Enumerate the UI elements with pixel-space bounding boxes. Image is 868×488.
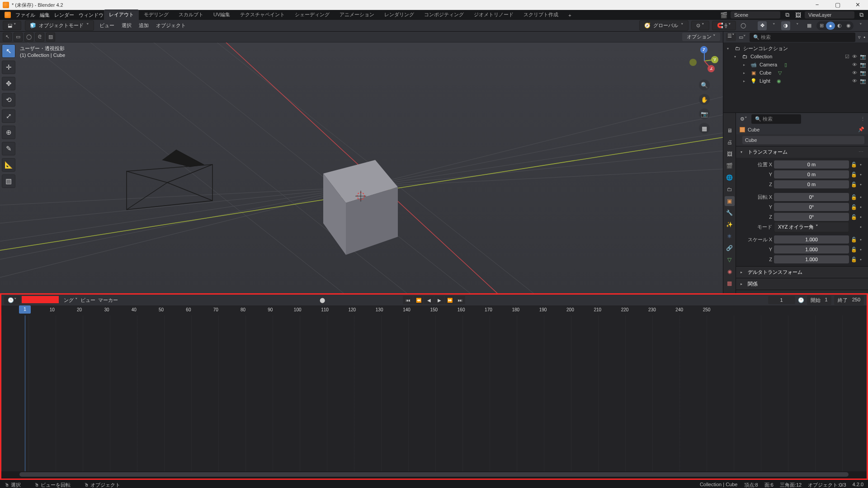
jump-start-icon[interactable]: ⏮	[403, 296, 413, 304]
tab-sculpt[interactable]: スカルプト	[174, 9, 208, 20]
window-close-button[interactable]: ✕	[848, 0, 868, 10]
tab-add[interactable]: +	[563, 11, 576, 20]
timeline-view-menu[interactable]: ビュー	[80, 297, 95, 304]
menu-edit[interactable]: 編集	[40, 12, 50, 19]
playhead-line[interactable]	[25, 315, 25, 471]
tool-select-icon[interactable]: ↖	[2, 44, 15, 58]
ptab-texture-icon[interactable]: ▦	[725, 278, 735, 288]
timeline-type-icon[interactable]: 🕒˅	[4, 296, 20, 305]
tree-collection[interactable]: ▾🗀Collection ☑👁📷	[725, 52, 866, 61]
overlay-options-icon[interactable]: ˅	[793, 21, 802, 30]
tool-transform-icon[interactable]: ⊕	[2, 126, 15, 139]
shading-wireframe-icon[interactable]: ⊞	[817, 22, 826, 30]
panel-transform-header[interactable]: ▾トランスフォーム⋯	[736, 146, 868, 158]
viewlayer-name-field[interactable]: ViewLayer	[805, 11, 854, 19]
rot-z-field[interactable]: 0°	[774, 213, 849, 221]
proportional-edit-icon[interactable]: ◯	[739, 21, 748, 30]
ptab-modifier-icon[interactable]: 🔧	[725, 208, 735, 218]
tree-item-light[interactable]: ▸💡Light◉👁📷	[725, 77, 866, 85]
pan-icon[interactable]: ✋	[699, 94, 710, 105]
shading-rendered-icon[interactable]: ◉	[844, 22, 853, 30]
scene-name-field[interactable]: Scene	[731, 11, 780, 19]
outliner-search[interactable]: 🔍 検索	[750, 33, 855, 42]
playhead-label[interactable]: 1	[19, 305, 31, 314]
ptab-material-icon[interactable]: ◉	[725, 267, 735, 277]
play-icon[interactable]: ▶	[434, 296, 444, 304]
tool-addcube-icon[interactable]: ▧	[2, 174, 15, 188]
ptab-mesh-icon[interactable]: ▽	[725, 255, 735, 265]
outliner-display-icon[interactable]: ▭˅	[739, 34, 747, 40]
snap-dropdown[interactable]: 🧲 ⟠ ˅	[712, 21, 736, 30]
rotation-mode-dropdown[interactable]: XYZ オイラー角 ˅	[774, 222, 849, 232]
tool-move-icon[interactable]: ✥	[2, 77, 15, 90]
keyframe-prev-icon[interactable]: ⏪	[414, 296, 424, 304]
menu-file[interactable]: ファイル	[15, 12, 35, 19]
tool-rotate-icon[interactable]: ⟲	[2, 93, 15, 107]
zoom-icon[interactable]: 🔍	[699, 80, 710, 90]
ptab-physics-icon[interactable]: ⚛	[725, 231, 735, 241]
autokey-icon[interactable]: ⬤	[320, 297, 325, 303]
nav-axis-gizmo[interactable]: Z Y X	[689, 46, 719, 76]
panel-header[interactable]: ▸関係	[736, 278, 868, 290]
current-frame-field[interactable]: 1	[768, 296, 795, 304]
header-object[interactable]: オブジェクト	[154, 22, 188, 29]
shading-material-icon[interactable]: ◐	[835, 22, 844, 30]
shading-options-icon[interactable]: ˅	[856, 21, 865, 30]
tree-scene-collection[interactable]: ▾🗀シーンコレクション	[725, 44, 866, 52]
scene-browse-icon[interactable]: 🎬	[720, 11, 728, 19]
outliner-filter-icon[interactable]: ▿	[858, 34, 861, 40]
tab-texpaint[interactable]: テクスチャペイント	[235, 9, 290, 20]
tab-compositing[interactable]: コンポジティング	[419, 9, 469, 20]
viewlayer-new-icon[interactable]: ⧉	[857, 11, 865, 19]
menu-window[interactable]: ウィンドウ	[79, 12, 104, 19]
tree-item-cube[interactable]: ▸▣Cube▽👁📷	[725, 69, 866, 77]
ptab-output-icon[interactable]: 🖨	[725, 137, 735, 147]
timeline-keying-menu[interactable]: ング ˅	[64, 297, 78, 304]
scale-y-field[interactable]: 1.000	[774, 245, 849, 253]
window-maximize-button[interactable]: ▢	[827, 0, 848, 10]
viewport-options-button[interactable]: オプション ˅	[682, 33, 720, 41]
selmode-invert-icon[interactable]: ▨	[46, 33, 55, 42]
scale-z-field[interactable]: 1.000	[774, 255, 849, 263]
shading-solid-icon[interactable]: ●	[826, 22, 835, 30]
props-type-icon[interactable]: ⚙˅	[739, 116, 749, 122]
ptab-render-icon[interactable]: 🖥	[725, 126, 735, 136]
header-select[interactable]: 選択	[120, 22, 133, 29]
props-datablock-name[interactable]: Cube	[736, 134, 868, 146]
tab-uv[interactable]: UV編集	[208, 9, 235, 20]
timeline-marker-menu[interactable]: マーカー	[98, 297, 118, 304]
editor-type-dropdown[interactable]: ⬓ ˅	[3, 21, 21, 30]
outliner-type-icon[interactable]: ☰˅	[726, 33, 736, 41]
tree-item-camera[interactable]: ▸📹Camera▯👁📷	[725, 61, 866, 69]
header-view[interactable]: ビュー	[98, 22, 116, 29]
collection-disable-icon[interactable]: 📷	[860, 54, 866, 60]
timeline-body[interactable]	[1, 315, 867, 471]
timeclock-icon[interactable]: 🕐	[798, 297, 804, 303]
scale-x-field[interactable]: 1.000	[774, 235, 849, 244]
jump-end-icon[interactable]: ⏭	[455, 296, 465, 304]
tool-annotate-icon[interactable]: ✎	[2, 142, 15, 155]
menu-render[interactable]: レンダー	[54, 12, 74, 19]
selmode-circle-icon[interactable]: ◯	[24, 33, 33, 42]
frame-start-field[interactable]: 開始1	[807, 296, 831, 305]
collection-hide-icon[interactable]: 👁	[852, 54, 857, 60]
xray-icon[interactable]: ▦	[805, 21, 814, 30]
play-reverse-icon[interactable]: ◀	[424, 296, 434, 304]
selmode-lasso-icon[interactable]: ᘓ	[35, 33, 44, 42]
props-options-icon[interactable]: ⋮	[860, 116, 865, 122]
lock-icon[interactable]: 🔓	[851, 162, 856, 168]
rot-x-field[interactable]: 0°	[774, 193, 849, 201]
panel-header[interactable]: ▸デルタトランスフォーム	[736, 267, 868, 278]
collection-exclude-icon[interactable]: ☑	[845, 54, 849, 60]
ptab-object-icon[interactable]: ▣	[725, 196, 735, 206]
3d-viewport[interactable]: ↖ ✛ ✥ ⟲ ⤢ ⊕ ✎ 📐 ▧ ユーザー・透視投影 (1) Collecti…	[0, 42, 723, 293]
tab-scripting[interactable]: スクリプト作成	[519, 9, 563, 20]
tool-scale-icon[interactable]: ⤢	[2, 109, 15, 123]
perspective-icon[interactable]: ▦	[699, 123, 710, 134]
mode-dropdown[interactable]: 🧊オブジェクトモード ˅	[25, 20, 94, 31]
pivot-dropdown[interactable]: ⊙ ˅	[691, 21, 709, 30]
props-search[interactable]: 🔍 検索	[751, 114, 801, 124]
tab-geonodes[interactable]: ジオメトリノード	[469, 9, 519, 20]
frame-end-field[interactable]: 終了250	[834, 296, 864, 305]
timeline-scrollbar[interactable]	[1, 471, 867, 478]
